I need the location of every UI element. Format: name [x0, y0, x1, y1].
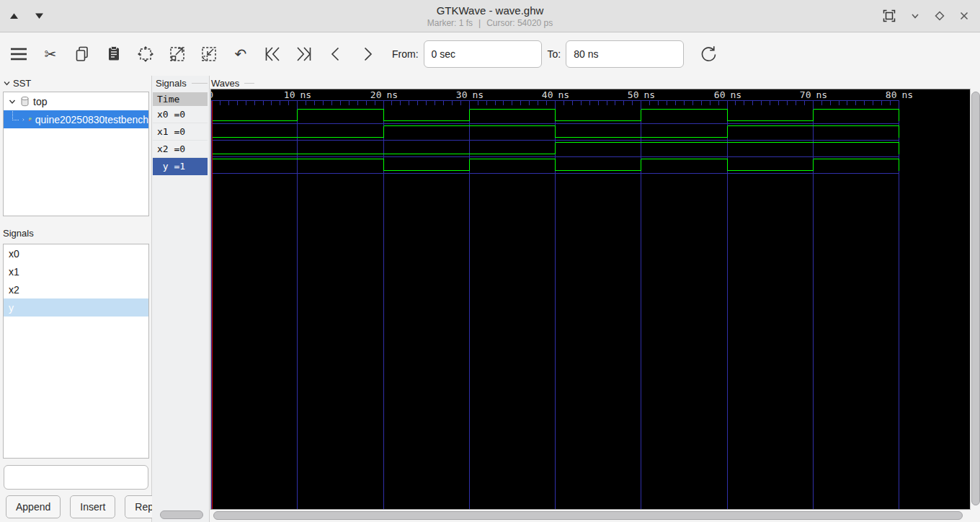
svg-text:ns: ns	[731, 89, 742, 100]
zoom-out-button[interactable]	[196, 37, 222, 71]
time-header[interactable]: Time	[153, 92, 208, 106]
signal-list-item-x0[interactable]: x0	[4, 244, 148, 262]
waves-vertical-scrollbar[interactable]	[971, 89, 980, 508]
shade-up-button[interactable]	[7, 10, 21, 22]
wave-canvas[interactable]: 010ns20ns30ns40ns50ns60ns70ns80ns	[210, 89, 971, 510]
svg-text:ns: ns	[387, 89, 398, 100]
wave-signal-row-y[interactable]: y =1	[153, 158, 208, 175]
tree-item-top[interactable]: top	[4, 92, 148, 110]
svg-text:70: 70	[800, 89, 811, 100]
tree-item-quine20250830testbench[interactable]: quine20250830testbench	[4, 110, 148, 128]
svg-text:ns: ns	[902, 89, 914, 100]
gtkwave-window: GTKWave - wave.ghw Marker: 1 fs|Cursor: …	[0, 0, 980, 522]
waves-frame-label: Waves	[211, 76, 254, 89]
sst-panel: SST topquine20250830testbench Signals x0…	[0, 76, 152, 522]
sst-frame-label: SST	[3, 76, 31, 89]
insert-button[interactable]: Insert	[70, 495, 115, 518]
cut-button[interactable]: ✂	[37, 37, 63, 71]
cursor-status: Cursor: 54020 ps	[486, 18, 553, 28]
signal-search-entry[interactable]	[4, 465, 148, 490]
svg-text:20: 20	[370, 89, 382, 100]
paste-button[interactable]	[101, 37, 127, 71]
frame-window-button[interactable]	[881, 7, 898, 25]
chip-icon	[28, 114, 32, 125]
signal-list-item-y[interactable]: y	[4, 298, 148, 317]
frame-rule	[244, 83, 254, 84]
wave-signal-row-x1[interactable]: x1 =0	[153, 123, 208, 141]
signal-search-input[interactable]	[14, 472, 144, 484]
step-back-button[interactable]	[323, 37, 349, 71]
svg-text:ns: ns	[644, 89, 656, 100]
waves-horizontal-scrollbar[interactable]	[210, 510, 969, 521]
undo-button[interactable]: ↶	[228, 37, 254, 71]
sst-label-text: SST	[13, 78, 31, 89]
cut-icon: ✂	[45, 47, 57, 61]
from-input[interactable]	[424, 40, 542, 68]
toolbar: ✂	[0, 32, 980, 76]
copy-button[interactable]	[69, 37, 95, 71]
from-label: From:	[392, 48, 419, 60]
expander-closed-icon	[22, 115, 25, 124]
menu-icon	[9, 44, 29, 64]
reload-button[interactable]	[695, 37, 721, 71]
scrollbar-thumb[interactable]	[213, 511, 963, 520]
wave-signal-row-x2[interactable]: x2 =0	[153, 141, 208, 158]
tree-connector	[12, 111, 19, 120]
wave-signal-row-x0[interactable]: x0 =0	[153, 106, 208, 123]
signals-column-label: Signals	[156, 76, 208, 89]
go-to-end-icon	[294, 44, 314, 64]
cylinder-icon	[19, 96, 30, 107]
status-separator: |	[478, 18, 481, 28]
window-title: GTKWave - wave.ghw	[144, 4, 836, 17]
go-to-start-button[interactable]	[259, 37, 285, 71]
signals-column-scrollbar[interactable]	[160, 510, 203, 519]
signal-value-rows: x0 =0x1 =0x2 =0 y =1	[153, 106, 208, 175]
zoom-in-icon	[167, 44, 187, 64]
shade-down-button[interactable]	[32, 10, 46, 22]
chevron-down-icon	[909, 10, 921, 22]
titlebar-center: GTKWave - wave.ghw Marker: 1 fs|Cursor: …	[144, 4, 836, 28]
triangle-down-icon	[34, 12, 45, 20]
window-menu-button[interactable]	[908, 9, 922, 23]
scrollbar-thumb[interactable]	[971, 92, 980, 505]
titlebar: GTKWave - wave.ghw Marker: 1 fs|Cursor: …	[0, 0, 980, 32]
sst-tree: topquine20250830testbench	[3, 92, 149, 216]
to-input[interactable]	[566, 40, 684, 68]
zoom-fit-button[interactable]	[133, 37, 159, 71]
chevron-down-icon	[3, 79, 11, 87]
go-to-end-button[interactable]	[291, 37, 317, 71]
svg-text:40: 40	[542, 89, 553, 100]
copy-icon	[72, 44, 92, 64]
svg-text:50: 50	[628, 89, 639, 100]
close-window-button[interactable]	[957, 9, 971, 23]
svg-text:0: 0	[211, 89, 213, 100]
svg-text:ns: ns	[558, 89, 570, 100]
svg-text:80: 80	[886, 89, 897, 100]
step-forward-button[interactable]	[355, 37, 380, 71]
diamond-icon	[934, 10, 945, 22]
close-icon	[958, 10, 970, 22]
signals-frame-label: Signals	[3, 226, 39, 239]
frame-icon	[882, 9, 896, 23]
paste-icon	[104, 44, 124, 64]
svg-text:ns: ns	[300, 89, 312, 100]
svg-text:ns: ns	[473, 89, 484, 100]
tree-item-label: top	[33, 96, 47, 107]
reload-icon	[698, 43, 719, 65]
menu-button[interactable]	[6, 37, 32, 71]
zoom-fit-icon	[135, 44, 156, 64]
signal-list-item-x2[interactable]: x2	[4, 280, 148, 298]
to-label: To:	[548, 48, 561, 60]
marker-status: Marker: 1 fs	[427, 18, 473, 28]
titlebar-left-buttons	[7, 0, 46, 32]
zoom-in-button[interactable]	[164, 37, 190, 71]
chevron-right-icon	[357, 44, 378, 64]
float-window-button[interactable]	[932, 9, 947, 23]
append-button[interactable]: Append	[6, 495, 61, 518]
svg-text:10: 10	[284, 89, 295, 100]
signals-column-label-text: Signals	[156, 78, 187, 89]
main-area: SST topquine20250830testbench Signals x0…	[0, 76, 980, 522]
signal-list-item-x1[interactable]: x1	[4, 262, 148, 280]
frame-rule	[192, 83, 208, 84]
titlebar-right-buttons	[881, 0, 971, 32]
